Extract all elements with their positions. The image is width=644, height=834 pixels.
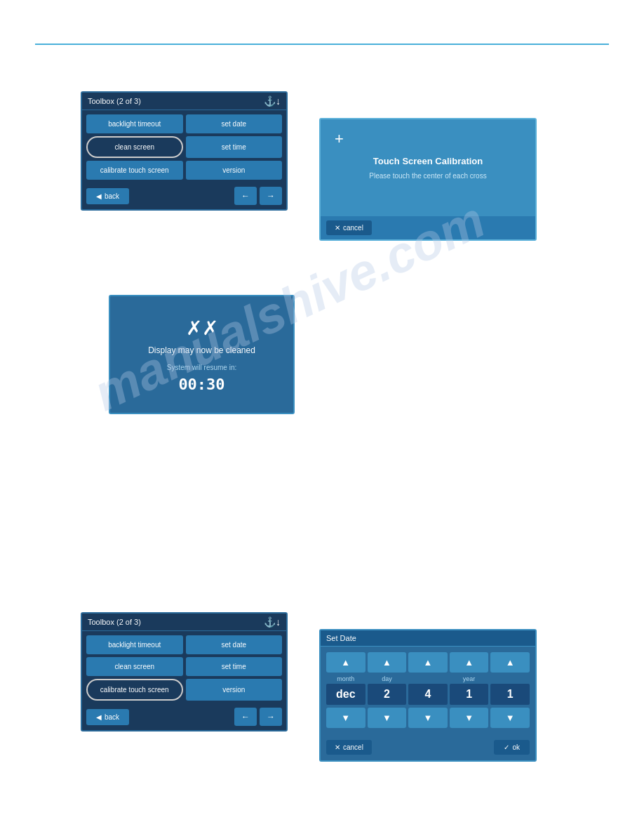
toolbox-title-1: Toolbox (2 of 3) bbox=[88, 97, 141, 105]
date-up-row: ▲ ▲ ▲ ▲ ▲ bbox=[326, 652, 530, 673]
next-btn-1[interactable]: → bbox=[260, 187, 282, 205]
year2-value: 1 bbox=[490, 684, 530, 705]
day1-value: 2 bbox=[368, 684, 407, 705]
prev-btn-2[interactable]: ← bbox=[234, 708, 257, 726]
calibration-widget: + Touch Screen Calibration Please touch … bbox=[319, 118, 537, 241]
year1-value: 1 bbox=[450, 684, 489, 705]
version-btn-2[interactable]: version bbox=[186, 679, 283, 701]
clean-screen-title: Display may now be cleaned bbox=[148, 345, 255, 355]
toolbox-grid-1: backlight timeout set date clean screen … bbox=[82, 110, 286, 184]
settings-icon-2: ⚓↓ bbox=[264, 616, 281, 628]
nav-btns-1: ← → bbox=[234, 187, 282, 205]
back-btn-1[interactable]: ◀ back bbox=[86, 188, 129, 204]
clean-screen-subtitle: System will resume in: bbox=[167, 364, 236, 371]
set-date-widget: Set Date ▲ ▲ ▲ ▲ ▲ month day year dec 2 … bbox=[319, 629, 537, 762]
clean-screen-btn-2[interactable]: clean screen bbox=[86, 657, 183, 676]
month-value: dec bbox=[326, 684, 365, 705]
set-date-header: Set Date bbox=[321, 630, 535, 647]
toolbox-footer-1: ◀ back ← → bbox=[82, 184, 286, 209]
month-up-btn[interactable]: ▲ bbox=[326, 652, 365, 673]
nav-btns-2: ← → bbox=[234, 708, 282, 726]
set-date-footer: ✕ cancel ✓ ok bbox=[321, 736, 535, 760]
month-label: month bbox=[326, 675, 365, 682]
toolbox-header-2: Toolbox (2 of 3) ⚓↓ bbox=[82, 614, 286, 631]
toolbox-title-2: Toolbox (2 of 3) bbox=[88, 618, 141, 626]
cancel-x-icon: ✕ bbox=[335, 224, 340, 232]
set-date-ok-btn[interactable]: ✓ ok bbox=[494, 740, 530, 755]
next-btn-2[interactable]: → bbox=[260, 708, 282, 726]
back-btn-2[interactable]: ◀ back bbox=[86, 709, 129, 725]
back-arrow-icon-2: ◀ bbox=[96, 713, 102, 721]
toolbox-widget-1: Toolbox (2 of 3) ⚓↓ backlight timeout se… bbox=[81, 91, 288, 211]
calibration-cancel-btn[interactable]: ✕ cancel bbox=[326, 220, 372, 235]
calibrate-touch-btn-2[interactable]: calibrate touch screen bbox=[86, 679, 183, 701]
set-date-btn-1[interactable]: set date bbox=[186, 114, 283, 133]
wiper-icon: ✗✗ bbox=[186, 317, 218, 340]
clean-screen-btn-1[interactable]: clean screen bbox=[86, 136, 183, 158]
toolbox-grid-2: backlight timeout set date clean screen … bbox=[82, 631, 286, 705]
blank-label-1 bbox=[408, 675, 448, 682]
blank-label-2 bbox=[490, 675, 530, 682]
calibration-footer: ✕ cancel bbox=[321, 216, 535, 239]
back-arrow-icon-1: ◀ bbox=[96, 192, 102, 200]
month-down-btn[interactable]: ▼ bbox=[326, 708, 365, 728]
day1-down-btn[interactable]: ▼ bbox=[368, 708, 407, 728]
clean-screen-timer: 00:30 bbox=[178, 376, 224, 393]
day2-down-btn[interactable]: ▼ bbox=[408, 708, 448, 728]
calibration-subtitle: Please touch the center of each cross bbox=[369, 172, 486, 180]
sd-ok-icon: ✓ bbox=[504, 743, 509, 751]
day2-value: 4 bbox=[408, 684, 448, 705]
calibrate-touch-btn-1[interactable]: calibrate touch screen bbox=[86, 161, 183, 180]
year2-up-btn[interactable]: ▲ bbox=[490, 652, 530, 673]
year-label: year bbox=[450, 675, 489, 682]
toolbox-footer-2: ◀ back ← → bbox=[82, 705, 286, 730]
set-date-cancel-btn[interactable]: ✕ cancel bbox=[326, 740, 372, 755]
day-label: day bbox=[368, 675, 407, 682]
set-date-btn-2[interactable]: set date bbox=[186, 635, 283, 654]
settings-icon-1: ⚓↓ bbox=[264, 95, 281, 107]
top-divider bbox=[35, 44, 609, 45]
clean-screen-widget: ✗✗ Display may now be cleaned System wil… bbox=[109, 295, 295, 414]
year1-up-btn[interactable]: ▲ bbox=[450, 652, 489, 673]
sd-cancel-icon: ✕ bbox=[335, 743, 340, 751]
calibration-title: Touch Screen Calibration bbox=[373, 156, 483, 166]
year2-down-btn[interactable]: ▼ bbox=[490, 708, 530, 728]
toolbox-header-1: Toolbox (2 of 3) ⚓↓ bbox=[82, 93, 286, 110]
day2-up-btn[interactable]: ▲ bbox=[408, 652, 448, 673]
set-time-btn-2[interactable]: set time bbox=[186, 657, 283, 676]
year1-down-btn[interactable]: ▼ bbox=[450, 708, 489, 728]
backlight-timeout-btn-1[interactable]: backlight timeout bbox=[86, 114, 183, 133]
date-labels-row: month day year bbox=[326, 675, 530, 682]
set-time-btn-1[interactable]: set time bbox=[186, 136, 283, 158]
date-values-row: dec 2 4 1 1 bbox=[326, 684, 530, 705]
date-down-row: ▼ ▼ ▼ ▼ ▼ bbox=[326, 708, 530, 728]
set-date-body: ▲ ▲ ▲ ▲ ▲ month day year dec 2 4 1 1 ▼ ▼… bbox=[321, 647, 535, 736]
toolbox-widget-2: Toolbox (2 of 3) ⚓↓ backlight timeout se… bbox=[81, 612, 288, 732]
cross-icon: + bbox=[335, 130, 344, 148]
backlight-timeout-btn-2[interactable]: backlight timeout bbox=[86, 635, 183, 654]
calibration-body: + Touch Screen Calibration Please touch … bbox=[321, 119, 535, 216]
version-btn-1[interactable]: version bbox=[186, 161, 283, 180]
prev-btn-1[interactable]: ← bbox=[234, 187, 257, 205]
day1-up-btn[interactable]: ▲ bbox=[368, 652, 407, 673]
